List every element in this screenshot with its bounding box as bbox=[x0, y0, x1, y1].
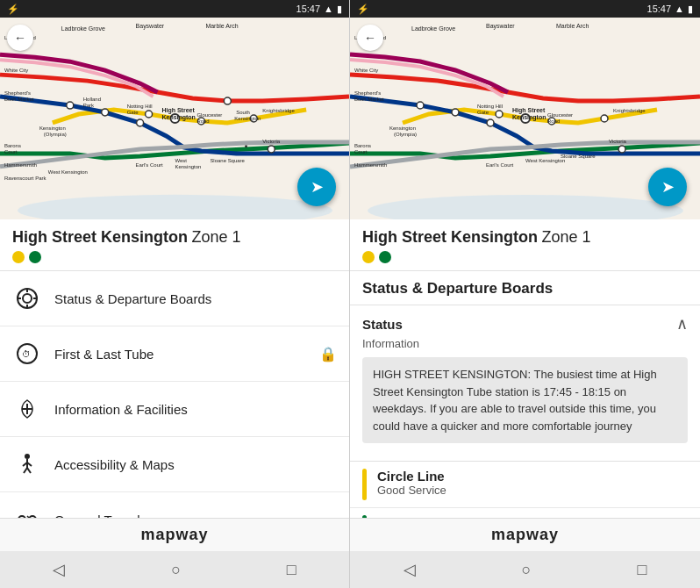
svg-text:Marble Arch: Marble Arch bbox=[556, 23, 589, 29]
lock-icon: 🔒 bbox=[319, 346, 337, 362]
time-display-right: 15:47 bbox=[647, 4, 672, 14]
accessibility-label: Accessibility & Maps bbox=[54, 457, 337, 472]
svg-text:Gloucester: Gloucester bbox=[547, 112, 573, 118]
svg-text:Kensington: Kensington bbox=[175, 164, 201, 169]
nav-square-right[interactable]: □ bbox=[638, 561, 647, 579]
svg-point-52 bbox=[25, 454, 30, 459]
svg-point-10 bbox=[224, 97, 231, 104]
circle-line-dot-right bbox=[362, 251, 375, 263]
nav-square-left[interactable]: □ bbox=[287, 561, 296, 579]
svg-text:Shepherd's: Shepherd's bbox=[4, 90, 31, 96]
status-icon bbox=[12, 283, 42, 313]
map-area-left: High Street Kensington Notting Hill Gate… bbox=[0, 18, 349, 219]
accessibility-icon bbox=[12, 449, 42, 479]
svg-text:Gate: Gate bbox=[477, 110, 489, 115]
svg-text:Hammersmith: Hammersmith bbox=[354, 162, 387, 168]
svg-text:West Kensington: West Kensington bbox=[48, 169, 88, 175]
nav-home-right[interactable]: ○ bbox=[522, 561, 532, 579]
svg-text:Road: Road bbox=[196, 118, 209, 124]
menu-item-accessibility[interactable]: Accessibility & Maps bbox=[0, 437, 349, 492]
svg-text:Shepherd's: Shepherd's bbox=[354, 90, 381, 96]
svg-text:Victoria: Victoria bbox=[262, 139, 280, 144]
logo-text2: way bbox=[175, 526, 208, 543]
lightning-icon: ⚡ bbox=[7, 4, 19, 15]
menu-item-info[interactable]: Information & Facilities bbox=[0, 382, 349, 437]
navigate-icon: ➤ bbox=[311, 177, 324, 197]
status-title: Status bbox=[362, 317, 403, 332]
right-phone: ⚡ 15:47 ▲ ▮ High Street bbox=[350, 0, 700, 588]
left-phone: ⚡ 15:47 ▲ ▮ bbox=[0, 0, 350, 588]
svg-text:Kensington: Kensington bbox=[39, 125, 66, 131]
svg-text:Barons: Barons bbox=[4, 143, 21, 148]
svg-text:Court: Court bbox=[4, 149, 18, 154]
svg-text:Sloane Square: Sloane Square bbox=[210, 158, 245, 163]
svg-text:■: ■ bbox=[245, 143, 247, 148]
lightning-icon-right: ⚡ bbox=[357, 4, 369, 15]
svg-text:Knightsbridge: Knightsbridge bbox=[613, 108, 646, 113]
navigate-fab-left[interactable]: ➤ bbox=[297, 168, 336, 206]
station-zone-right: Zone 1 bbox=[541, 228, 590, 246]
svg-point-65 bbox=[496, 111, 503, 118]
svg-point-71 bbox=[618, 146, 625, 153]
nav-bar-left: ◁ ○ □ bbox=[0, 551, 349, 588]
svg-text:Marble Arch: Marble Arch bbox=[205, 23, 238, 29]
nav-back-left[interactable]: ◁ bbox=[53, 560, 65, 579]
back-button-left[interactable]: ← bbox=[7, 25, 33, 51]
back-arrow-icon-right: ← bbox=[364, 31, 376, 45]
status-toggle[interactable]: ∧ bbox=[676, 314, 688, 333]
footer-right: mapway bbox=[350, 518, 700, 551]
svg-text:Ravenscourt Park: Ravenscourt Park bbox=[4, 176, 46, 181]
svg-text:Kensington: Kensington bbox=[512, 114, 546, 121]
menu-item-onward[interactable]: Onward Travel bbox=[0, 492, 349, 518]
svg-text:West Kensington: West Kensington bbox=[525, 158, 565, 163]
line-dots-left bbox=[12, 251, 337, 263]
svg-text:Road: Road bbox=[547, 118, 560, 124]
battery-icon-right: ▮ bbox=[688, 4, 693, 15]
back-button-right[interactable]: ← bbox=[357, 25, 383, 51]
circle-line-bar bbox=[362, 469, 367, 500]
svg-text:⏱: ⏱ bbox=[22, 349, 31, 359]
circle-line-name: Circle Line bbox=[377, 469, 446, 484]
station-zone-left: Zone 1 bbox=[191, 228, 240, 246]
logo-text1-right: map bbox=[491, 526, 526, 543]
district-line-item[interactable]: District Line bbox=[350, 508, 700, 518]
svg-text:Bayswater: Bayswater bbox=[486, 23, 515, 30]
navigate-fab-right[interactable]: ➤ bbox=[648, 168, 687, 206]
status-block: Status ∧ Information HIGH STREET KENSING… bbox=[350, 305, 700, 462]
logo-text1: map bbox=[140, 526, 175, 543]
station-header-left: High Street Kensington Zone 1 bbox=[0, 219, 349, 271]
svg-text:(Olympia): (Olympia) bbox=[44, 132, 67, 137]
svg-text:Earl's Court: Earl's Court bbox=[486, 162, 513, 168]
battery-icon: ▮ bbox=[337, 4, 342, 15]
tube-map-svg-right: High Street Kensington Notting Hill Gate… bbox=[350, 18, 700, 219]
nav-home-left[interactable]: ○ bbox=[171, 561, 181, 579]
svg-text:Bush Market: Bush Market bbox=[4, 97, 34, 102]
status-bar-left: ⚡ 15:47 ▲ ▮ bbox=[0, 0, 349, 18]
district-line-dot bbox=[29, 251, 41, 263]
menu-item-status[interactable]: Status & Departure Boards bbox=[0, 271, 349, 326]
menu-item-firstlast[interactable]: ⏱ First & Last Tube 🔒 bbox=[0, 326, 349, 382]
signal-icon-right: ▲ bbox=[675, 4, 684, 14]
circle-line-service: Good Service bbox=[377, 484, 446, 497]
svg-text:Holland: Holland bbox=[83, 97, 101, 102]
circle-line-item[interactable]: Circle Line Good Service bbox=[350, 462, 700, 508]
status-label: Status & Departure Boards bbox=[54, 291, 337, 306]
svg-point-7 bbox=[67, 102, 74, 109]
svg-line-57 bbox=[27, 468, 31, 473]
svg-text:Notting Hill: Notting Hill bbox=[127, 104, 153, 109]
svg-text:Kensington: Kensington bbox=[162, 114, 196, 121]
svg-text:Sloane Square: Sloane Square bbox=[561, 154, 596, 159]
svg-text:Kensington: Kensington bbox=[234, 116, 261, 121]
svg-text:South: South bbox=[236, 110, 250, 115]
nav-back-right[interactable]: ◁ bbox=[404, 560, 416, 579]
svg-text:Hammersmith: Hammersmith bbox=[4, 162, 37, 168]
svg-text:White City: White City bbox=[4, 68, 28, 73]
firstlast-icon: ⏱ bbox=[12, 339, 42, 369]
svg-text:Knightsbridge: Knightsbridge bbox=[262, 108, 295, 113]
firstlast-label: First & Last Tube bbox=[54, 347, 319, 362]
departure-title: Status & Departure Boards bbox=[350, 271, 700, 305]
svg-text:(Olympia): (Olympia) bbox=[394, 132, 417, 137]
svg-text:Kensington: Kensington bbox=[389, 125, 416, 131]
svg-point-70 bbox=[601, 115, 608, 122]
line-dots-right bbox=[362, 251, 688, 263]
